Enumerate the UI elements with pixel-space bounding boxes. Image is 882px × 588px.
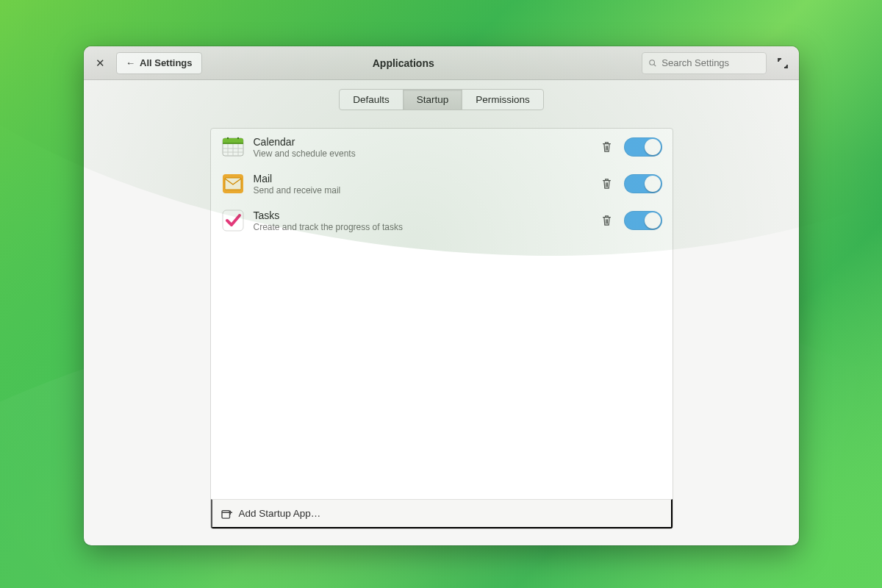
maximize-button[interactable] <box>772 53 793 74</box>
window-header: ✕ ← All Settings Applications <box>84 46 799 80</box>
startup-app-row: Calendar View and schedule events <box>211 129 673 165</box>
app-name: Mail <box>254 173 590 184</box>
startup-app-list: Calendar View and schedule events <box>211 129 673 499</box>
trash-icon <box>601 215 612 226</box>
svg-rect-2 <box>223 138 243 156</box>
tab-defaults[interactable]: Defaults <box>340 90 404 110</box>
remove-app-button[interactable] <box>599 139 615 155</box>
search-field[interactable] <box>642 52 767 74</box>
content-area: Defaults Startup Permissions <box>84 80 799 545</box>
close-icon: ✕ <box>96 57 105 70</box>
svg-rect-13 <box>225 178 241 190</box>
window-title: Applications <box>171 57 636 69</box>
svg-point-0 <box>650 60 655 65</box>
search-icon <box>648 58 657 68</box>
svg-rect-12 <box>223 174 243 193</box>
svg-rect-4 <box>223 143 243 144</box>
search-input[interactable] <box>662 57 760 68</box>
tab-startup[interactable]: Startup <box>404 90 463 110</box>
expand-icon <box>778 58 788 68</box>
tabs: Defaults Startup Permissions <box>339 89 544 110</box>
all-settings-label: All Settings <box>140 57 193 68</box>
all-settings-button[interactable]: ← All Settings <box>116 52 202 74</box>
calendar-icon <box>221 135 245 159</box>
add-app-icon <box>221 509 233 519</box>
close-button[interactable]: ✕ <box>90 53 110 74</box>
app-name: Tasks <box>254 209 590 221</box>
remove-app-button[interactable] <box>599 176 615 192</box>
tab-permissions[interactable]: Permissions <box>462 90 543 110</box>
trash-icon <box>601 141 612 153</box>
back-arrow-icon: ← <box>126 58 135 68</box>
app-name: Calendar <box>254 136 590 148</box>
svg-rect-3 <box>223 138 243 144</box>
add-startup-app-label: Add Startup App… <box>239 508 321 519</box>
svg-line-1 <box>654 64 656 66</box>
app-toggle[interactable] <box>624 211 662 230</box>
tasks-icon <box>221 209 245 232</box>
app-desc: Create and track the progress of tasks <box>254 222 590 232</box>
mail-icon <box>221 172 245 196</box>
svg-point-10 <box>226 137 228 139</box>
settings-window: ✕ ← All Settings Applications Defaults <box>84 46 799 545</box>
startup-app-row: Mail Send and receive mail <box>211 165 673 202</box>
app-desc: View and schedule events <box>254 148 590 159</box>
remove-app-button[interactable] <box>599 212 615 229</box>
app-toggle[interactable] <box>624 174 662 193</box>
add-startup-app-button[interactable]: Add Startup App… <box>211 499 673 528</box>
svg-point-11 <box>237 137 238 139</box>
trash-icon <box>601 178 612 190</box>
app-desc: Send and receive mail <box>254 185 590 196</box>
startup-app-row: Tasks Create and track the progress of t… <box>211 202 673 239</box>
app-toggle[interactable] <box>624 137 662 157</box>
startup-panel: Calendar View and schedule events <box>210 128 673 529</box>
svg-rect-15 <box>222 510 230 518</box>
